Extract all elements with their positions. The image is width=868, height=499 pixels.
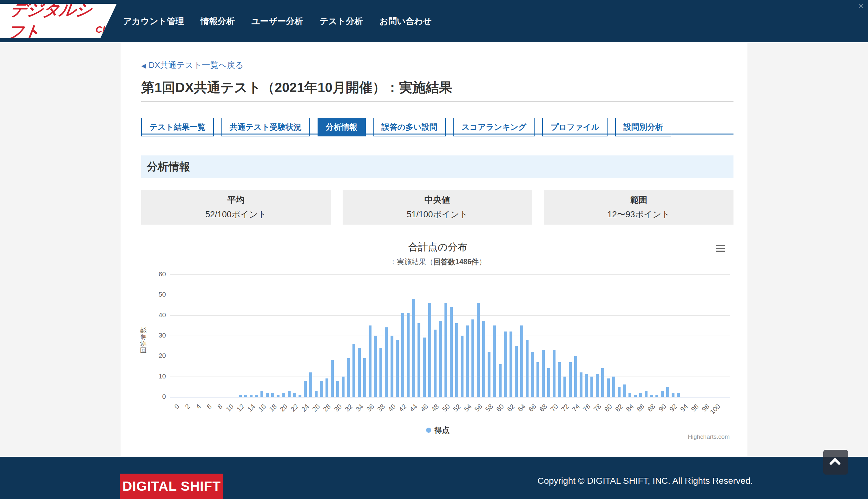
bar-score-77[interactable] — [590, 377, 593, 397]
bar-score-23[interactable] — [298, 395, 302, 397]
bar-score-69[interactable] — [547, 368, 550, 397]
bar-score-70[interactable] — [553, 350, 555, 397]
logo-club-text: Club — [96, 24, 117, 35]
bar-score-48[interactable] — [434, 330, 437, 397]
bar-score-29[interactable] — [331, 360, 334, 397]
bar-score-80[interactable] — [607, 378, 610, 397]
bar-score-45[interactable] — [417, 323, 420, 397]
bar-score-53[interactable] — [461, 336, 464, 397]
bar-score-78[interactable] — [596, 374, 599, 397]
bar-score-68[interactable] — [542, 350, 545, 397]
bar-score-60[interactable] — [499, 364, 502, 397]
top-navbar: デジタルシフト Club アカウント管理情報分析ユーザー分析テスト分析お問い合わ… — [0, 0, 868, 42]
bar-score-24[interactable] — [304, 381, 307, 397]
bar-score-19[interactable] — [277, 395, 280, 397]
bar-score-64[interactable] — [520, 326, 523, 397]
bar-score-81[interactable] — [612, 377, 615, 397]
tab-underline — [141, 134, 733, 134]
bar-score-49[interactable] — [439, 321, 442, 397]
bar-score-57[interactable] — [482, 321, 485, 397]
bar-score-86[interactable] — [639, 393, 642, 397]
bar-score-35[interactable] — [363, 358, 366, 397]
bar-score-40[interactable] — [391, 336, 393, 397]
section-title: 分析情報 — [147, 160, 190, 174]
nav-item-1[interactable]: 情報分析 — [200, 15, 235, 27]
close-icon[interactable]: × — [858, 1, 864, 11]
bar-score-82[interactable] — [618, 387, 621, 397]
bar-score-14[interactable] — [250, 395, 253, 397]
scroll-to-top-button[interactable] — [823, 450, 848, 475]
bar-score-22[interactable] — [293, 393, 296, 397]
bar-score-76[interactable] — [585, 374, 588, 397]
bar-score-26[interactable] — [315, 391, 318, 397]
bar-score-79[interactable] — [601, 368, 604, 397]
y-tick-60: 60 — [144, 270, 166, 278]
nav-item-4[interactable]: お問い合わせ — [379, 15, 432, 27]
bar-score-44[interactable] — [412, 299, 415, 397]
bar-score-34[interactable] — [358, 348, 361, 397]
bar-score-39[interactable] — [385, 327, 388, 397]
bar-score-18[interactable] — [271, 393, 274, 397]
bar-score-43[interactable] — [407, 313, 409, 397]
bar-score-16[interactable] — [260, 391, 263, 397]
bar-score-72[interactable] — [563, 377, 566, 397]
nav-item-3[interactable]: テスト分析 — [319, 15, 363, 27]
bar-score-32[interactable] — [347, 358, 350, 397]
bar-score-75[interactable] — [579, 373, 583, 397]
bar-score-54[interactable] — [466, 326, 469, 397]
bar-score-15[interactable] — [255, 395, 258, 397]
highcharts-credit[interactable]: Highcharts.com — [688, 433, 730, 440]
chart-legend[interactable]: 得点 — [121, 425, 755, 435]
bar-score-87[interactable] — [645, 391, 648, 397]
bar-score-89[interactable] — [656, 395, 658, 397]
bar-score-73[interactable] — [569, 362, 572, 397]
bar-score-36[interactable] — [369, 326, 371, 397]
bar-score-59[interactable] — [493, 326, 496, 397]
bar-score-61[interactable] — [504, 331, 507, 397]
bar-score-55[interactable] — [472, 319, 474, 397]
bar-score-42[interactable] — [401, 313, 404, 397]
bar-score-66[interactable] — [531, 352, 534, 397]
bar-score-37[interactable] — [374, 336, 377, 397]
bar-score-91[interactable] — [666, 387, 669, 397]
bar-score-38[interactable] — [379, 348, 382, 397]
bar-score-21[interactable] — [288, 391, 291, 397]
bar-score-74[interactable] — [574, 356, 577, 397]
bar-score-28[interactable] — [326, 378, 328, 397]
nav-item-0[interactable]: アカウント管理 — [123, 15, 184, 27]
bar-score-63[interactable] — [515, 346, 518, 397]
bar-score-50[interactable] — [444, 303, 447, 397]
bar-score-84[interactable] — [628, 393, 631, 397]
bar-score-46[interactable] — [423, 338, 426, 397]
bar-score-62[interactable] — [510, 331, 512, 397]
bar-score-27[interactable] — [320, 381, 323, 397]
bar-score-90[interactable] — [661, 391, 664, 397]
breadcrumb[interactable]: ◀DX共通テスト一覧へ戻る — [141, 60, 733, 71]
bar-score-52[interactable] — [455, 323, 458, 397]
bar-score-67[interactable] — [537, 362, 539, 397]
bar-score-30[interactable] — [336, 381, 339, 397]
bar-score-17[interactable] — [266, 393, 269, 397]
bar-score-83[interactable] — [623, 385, 626, 397]
bar-score-71[interactable] — [558, 362, 561, 397]
chart-context-menu-icon[interactable] — [716, 245, 725, 252]
bar-score-56[interactable] — [477, 303, 480, 397]
bar-score-92[interactable] — [672, 393, 674, 397]
bar-score-51[interactable] — [450, 307, 453, 397]
bar-score-41[interactable] — [396, 340, 399, 397]
bar-score-58[interactable] — [488, 352, 490, 397]
bar-score-85[interactable] — [634, 395, 637, 397]
bar-score-33[interactable] — [353, 344, 355, 397]
bar-score-31[interactable] — [342, 377, 344, 397]
bar-score-13[interactable] — [244, 395, 247, 397]
bar-score-88[interactable] — [650, 395, 653, 397]
bar-score-93[interactable] — [677, 393, 680, 397]
bar-score-25[interactable] — [309, 373, 312, 397]
legend-label: 得点 — [434, 425, 450, 435]
bar-score-12[interactable] — [239, 395, 242, 397]
app-logo[interactable]: デジタルシフト Club — [0, 4, 117, 38]
bar-score-65[interactable] — [526, 340, 528, 397]
bar-score-47[interactable] — [428, 303, 431, 397]
bar-score-20[interactable] — [282, 393, 285, 397]
nav-item-2[interactable]: ユーザー分析 — [251, 15, 303, 27]
